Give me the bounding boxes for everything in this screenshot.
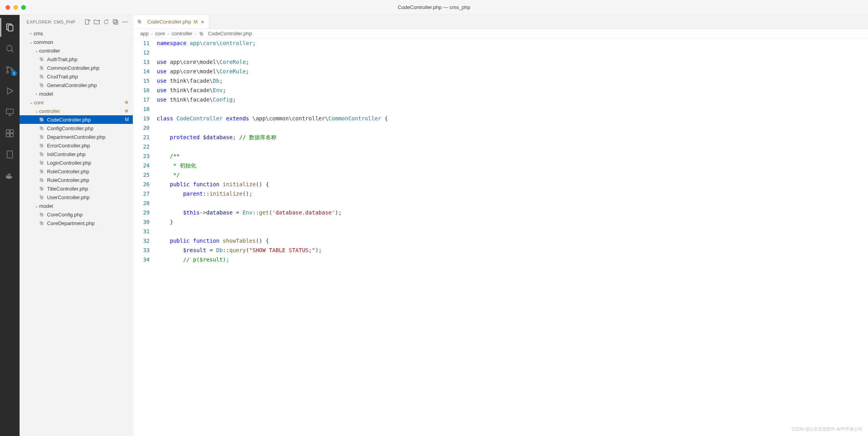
chevron-right-icon: ›: [195, 31, 196, 36]
file-item[interactable]: 🐘RuleController.php: [20, 176, 133, 184]
line-number: 17: [133, 95, 150, 104]
line-number: 23: [133, 151, 150, 161]
line-number-gutter: 1112131415161718192021222324252627282930…: [133, 38, 157, 436]
code-line[interactable]: parent::initialize();: [157, 189, 868, 198]
folder-item[interactable]: ⌄model: [20, 202, 133, 210]
breadcrumb-segment[interactable]: 🐘 CodeController.php: [199, 31, 252, 36]
file-item[interactable]: 🐘CodeController.phpM: [20, 115, 133, 124]
new-folder-icon[interactable]: [94, 19, 100, 25]
tree-item-label: DepartmentController.php: [47, 134, 133, 140]
editor-tabs: 🐘 CodeController.php M ×: [133, 15, 868, 29]
php-icon: 🐘: [39, 221, 45, 226]
file-item[interactable]: 🐘DepartmentController.php: [20, 133, 133, 141]
file-item[interactable]: 🐘CoreDepartment.php: [20, 219, 133, 227]
code-line[interactable]: use think\facade\Config;: [157, 95, 868, 104]
code-line[interactable]: namespace app\core\controller;: [157, 38, 868, 48]
code-line[interactable]: [157, 198, 868, 208]
line-number: 24: [133, 161, 150, 170]
line-number: 31: [133, 227, 150, 236]
remote-explorer-icon[interactable]: [0, 103, 19, 122]
code-editor[interactable]: 1112131415161718192021222324252627282930…: [133, 38, 868, 436]
collapse-all-icon[interactable]: [112, 19, 119, 25]
code-line[interactable]: /**: [157, 151, 868, 161]
close-window-button[interactable]: [5, 5, 10, 10]
tab-codecontroller[interactable]: 🐘 CodeController.php M ×: [133, 15, 209, 29]
breadcrumb-segment[interactable]: app: [140, 31, 149, 36]
file-item[interactable]: 🐘InitController.php: [20, 150, 133, 158]
docker-icon[interactable]: [0, 166, 19, 185]
tree-item-label: cms: [34, 31, 133, 36]
svg-rect-17: [8, 175, 9, 176]
code-line[interactable]: [157, 123, 868, 133]
svg-point-29: [123, 22, 123, 22]
code-line[interactable]: [157, 227, 868, 236]
php-icon: 🐘: [39, 169, 45, 174]
tree-item-label: RuleController.php: [47, 177, 133, 183]
svg-line-3: [11, 50, 13, 52]
refresh-icon[interactable]: [103, 19, 109, 25]
code-line[interactable]: public function initialize() {: [157, 180, 868, 189]
folder-item[interactable]: ›cms: [20, 29, 133, 38]
breadcrumb-segment[interactable]: controller: [172, 31, 192, 36]
folder-item[interactable]: ⌄controller: [20, 107, 133, 115]
code-line[interactable]: [157, 104, 868, 114]
file-tree[interactable]: ›cms⌄common⌄controller🐘AuthTrait.php🐘Com…: [20, 29, 133, 436]
file-item[interactable]: 🐘AuthTrait.php: [20, 55, 133, 64]
file-item[interactable]: 🐘LoginController.php: [20, 158, 133, 167]
minimize-window-button[interactable]: [13, 5, 18, 10]
code-line[interactable]: $this->database = Env::get('database.dat…: [157, 208, 868, 217]
search-icon[interactable]: [0, 39, 19, 58]
code-line[interactable]: $result = Db::query("SHOW TABLE STATUS;"…: [157, 245, 868, 255]
breadcrumbs[interactable]: app› core› controller›🐘 CodeController.p…: [133, 29, 868, 38]
extensions-icon[interactable]: [0, 124, 19, 143]
svg-rect-11: [6, 130, 9, 133]
svg-rect-1: [8, 25, 13, 31]
folder-item[interactable]: ⌄controller: [20, 46, 133, 55]
file-item[interactable]: 🐘ErrorController.php: [20, 141, 133, 150]
folder-item[interactable]: ›model: [20, 89, 133, 98]
file-item[interactable]: 🐘CrudTrait.php: [20, 72, 133, 81]
code-line[interactable]: [157, 142, 868, 151]
more-icon[interactable]: [122, 19, 128, 25]
line-number: 18: [133, 104, 150, 114]
code-line[interactable]: * 初始化: [157, 161, 868, 170]
php-icon: 🐘: [39, 152, 45, 157]
tab-filename: CodeController.php: [147, 19, 191, 25]
file-item[interactable]: 🐘TitleController.php: [20, 184, 133, 193]
code-line[interactable]: use think\facade\Env;: [157, 85, 868, 95]
code-line[interactable]: use app\core\model\CoreRule;: [157, 67, 868, 76]
code-line[interactable]: // p($result);: [157, 255, 868, 264]
line-number: 27: [133, 189, 150, 198]
svg-rect-20: [9, 174, 11, 175]
folder-item[interactable]: ⌄core: [20, 98, 133, 107]
code-line[interactable]: [157, 48, 868, 57]
todo-icon[interactable]: [0, 145, 19, 164]
code-line[interactable]: }: [157, 217, 868, 227]
folder-item[interactable]: ⌄common: [20, 38, 133, 46]
breadcrumb-segment[interactable]: core: [155, 31, 165, 36]
line-number: 25: [133, 170, 150, 180]
maximize-window-button[interactable]: [21, 5, 26, 10]
explorer-icon[interactable]: [0, 18, 19, 37]
php-icon: 🐘: [39, 212, 45, 217]
code-line[interactable]: public function showTables() {: [157, 236, 868, 245]
svg-rect-16: [6, 175, 7, 176]
code-content[interactable]: namespace app\core\controller;use app\co…: [157, 38, 868, 436]
source-control-icon[interactable]: 1: [0, 60, 19, 79]
chevron-down-icon: ⌄: [34, 109, 39, 113]
code-line[interactable]: class CodeController extends \app\common…: [157, 114, 868, 123]
new-file-icon[interactable]: [84, 19, 90, 25]
code-line[interactable]: use think\facade\Db;: [157, 76, 868, 85]
file-item[interactable]: 🐘ConfigController.php: [20, 124, 133, 133]
code-line[interactable]: */: [157, 170, 868, 180]
file-item[interactable]: 🐘GeneralController.php: [20, 81, 133, 89]
file-item[interactable]: 🐘CommonController.php: [20, 64, 133, 72]
code-line[interactable]: use app\core\model\CoreRole;: [157, 57, 868, 67]
tab-close-icon[interactable]: ×: [200, 19, 205, 25]
file-item[interactable]: 🐘CoreConfig.php: [20, 210, 133, 219]
svg-rect-8: [6, 109, 13, 114]
code-line[interactable]: protected $database; // 数据库名称: [157, 133, 868, 142]
file-item[interactable]: 🐘RoleController.php: [20, 167, 133, 176]
file-item[interactable]: 🐘UserController.php: [20, 193, 133, 202]
run-debug-icon[interactable]: [0, 82, 19, 100]
